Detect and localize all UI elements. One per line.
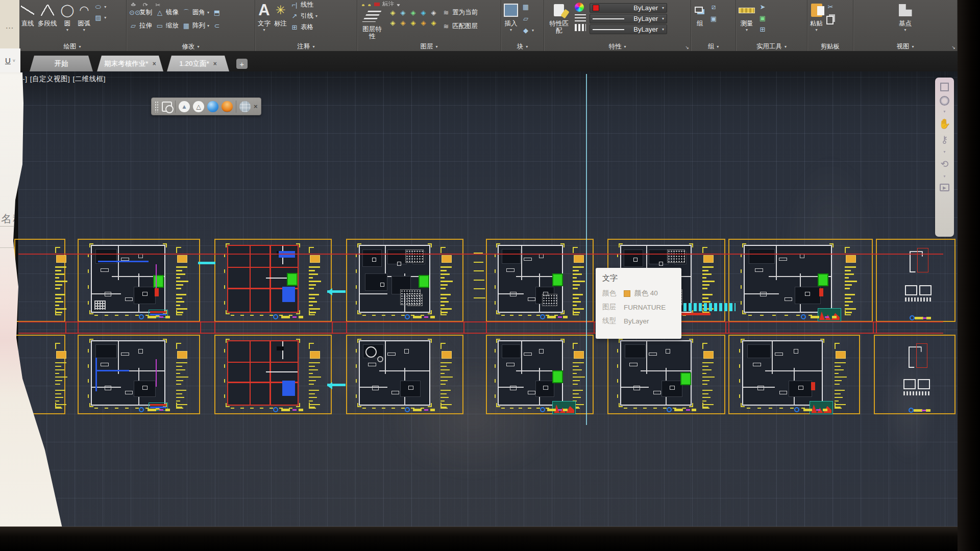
linetype-icon[interactable] xyxy=(575,24,586,31)
pan-icon[interactable]: ✋ xyxy=(939,119,951,130)
layer-walk-icon[interactable]: ◈ xyxy=(419,18,428,28)
layer-thaw-icon[interactable]: ◈ xyxy=(388,18,398,28)
group-edit-button[interactable]: ▣ xyxy=(709,14,718,23)
paste-button[interactable]: 粘贴 ▾ xyxy=(810,1,823,32)
leader-button[interactable]: ↗ 引线▾ xyxy=(290,12,317,20)
viewport-visual-style-control[interactable]: [二维线框] xyxy=(73,75,106,83)
layer-dropdown-cut[interactable]: ● ● 标注 ▾ xyxy=(357,0,501,6)
ungroup-button[interactable]: ⧄ xyxy=(709,3,718,11)
explode-button[interactable]: ⬒ xyxy=(213,8,221,17)
block-attr-button[interactable]: ◆▾ xyxy=(522,26,534,35)
view-panel-label[interactable]: 视图▾ xyxy=(853,42,957,51)
hatch-button[interactable]: ▨▾ xyxy=(94,13,106,22)
layer-freeze-icon[interactable]: ◈ xyxy=(398,8,408,17)
polyline-button[interactable]: 多段线 xyxy=(38,1,57,27)
properties-expander-icon[interactable]: ↘ xyxy=(685,45,689,50)
layer-on-icon[interactable]: ◈ xyxy=(388,8,398,17)
showmotion-icon[interactable]: ▶ xyxy=(940,184,949,191)
tab-final-exam-drawing[interactable]: 期末考核作业* × xyxy=(97,56,163,71)
array-button[interactable]: ▦ 阵列▾ xyxy=(182,21,209,30)
drawing-frame[interactable] xyxy=(78,335,200,414)
screen-capture-icon[interactable] xyxy=(162,102,172,112)
floor-plan[interactable] xyxy=(742,340,822,406)
drawing-frame[interactable] xyxy=(78,239,200,322)
zoom-extents-icon[interactable]: ⚷ xyxy=(941,135,948,146)
table-button[interactable]: ⊞ 表格 xyxy=(290,23,317,32)
layers-panel-label[interactable]: 图层▾ xyxy=(357,42,501,51)
tab-close-icon[interactable]: × xyxy=(213,60,217,67)
globe-icon[interactable] xyxy=(239,101,251,112)
group-panel-label[interactable]: 组▾ xyxy=(691,42,736,51)
arc-button[interactable]: ◠ 圆弧 ▾ xyxy=(78,1,90,32)
lineweight-icon[interactable] xyxy=(575,14,586,21)
copy-clip-button[interactable] xyxy=(826,14,835,23)
view-expander-icon[interactable]: ↘ xyxy=(951,45,955,50)
copy-button[interactable]: ⊙⊙ 复制 xyxy=(129,8,152,17)
tab-elevation-1-20[interactable]: 1.20立面* × xyxy=(167,56,229,71)
select-all-button[interactable]: ▣ xyxy=(758,14,767,22)
circle-button[interactable]: ◯ 圆 ▾ xyxy=(61,1,75,32)
measure-button[interactable]: 测量 ▾ xyxy=(739,1,755,32)
drawing-frame[interactable] xyxy=(14,239,65,322)
text-button[interactable]: A 文字 ▾ xyxy=(258,1,271,32)
properties-panel-label[interactable]: 特性▾ xyxy=(544,42,691,51)
quick-select-button[interactable]: ➤ xyxy=(758,3,767,11)
layer-unlock-icon[interactable]: ◈ xyxy=(398,18,408,28)
tab-close-icon[interactable]: × xyxy=(153,60,156,67)
stretch-button[interactable]: ▱ 拉伸 xyxy=(129,21,152,30)
drawing-frame[interactable] xyxy=(214,239,332,322)
drawing-frame[interactable] xyxy=(728,239,873,322)
drag-handle-icon[interactable] xyxy=(155,101,159,112)
drawing-frame[interactable] xyxy=(346,335,463,414)
annotate-panel-label[interactable]: 注释▾ xyxy=(255,42,357,51)
orbit-icon[interactable]: ⟲ xyxy=(941,159,949,170)
triangle-app-icon[interactable]: ▲ xyxy=(179,101,190,112)
ellipse-button[interactable]: ⬭▾ xyxy=(94,3,106,11)
set-current-button[interactable]: ≋ 置为当前 xyxy=(442,8,478,17)
color-wheel-icon[interactable] xyxy=(575,3,584,12)
new-tab-button[interactable]: + xyxy=(236,59,248,69)
navigation-wheel-icon[interactable] xyxy=(940,96,949,106)
object-color-dropdown[interactable]: ByLayer ▾ xyxy=(590,3,667,13)
orange-sphere-icon[interactable] xyxy=(222,101,233,112)
block-panel-label[interactable]: 块▾ xyxy=(501,42,544,51)
cut-button[interactable]: ✂ xyxy=(826,3,835,11)
match-layer-button[interactable]: ≋ 匹配图层 xyxy=(442,22,478,31)
layer-lock-icon[interactable]: ◈ xyxy=(408,8,418,17)
mirror-button[interactable]: △ 镜像 xyxy=(156,8,179,17)
drawing-frame[interactable] xyxy=(607,335,725,414)
drawing-frame[interactable] xyxy=(346,239,463,322)
triangle-ring-icon[interactable]: △ xyxy=(193,101,204,112)
drawing-frame[interactable] xyxy=(728,335,860,414)
drawing-canvas[interactable]: [-] [自定义视图] [二维线框] xyxy=(18,71,958,527)
insert-button[interactable]: 插入 ▾ xyxy=(504,1,518,32)
drawing-frame[interactable] xyxy=(486,335,594,414)
lineweight-dropdown[interactable]: ByLayer ▾ xyxy=(590,14,667,23)
viewport-view-control[interactable]: [自定义视图] xyxy=(30,75,70,83)
blue-sphere-icon[interactable] xyxy=(207,101,218,112)
underline-button[interactable]: U xyxy=(5,56,11,65)
block-create-button[interactable]: ▱ xyxy=(522,14,534,23)
offset-button[interactable]: ⊂ xyxy=(213,21,221,30)
layer-isolate-icon[interactable]: ◈ xyxy=(419,8,428,17)
layer-properties-button[interactable]: 图层特性 xyxy=(360,6,384,40)
scale-button[interactable]: ▭ 缩放 xyxy=(156,21,179,30)
match-properties-button[interactable]: 特性匹配 xyxy=(547,1,571,34)
drawing-frame[interactable] xyxy=(486,239,594,322)
layer-off-icon[interactable]: ◈ xyxy=(429,8,438,17)
fillet-button[interactable]: ⌒ 圆角▾ xyxy=(182,8,209,17)
drawing-frame[interactable] xyxy=(214,335,332,414)
linetype-dropdown[interactable]: ByLayer ▾ xyxy=(590,24,667,34)
floor-plan[interactable] xyxy=(91,340,165,406)
modify-panel-label[interactable]: 修改▾ xyxy=(127,42,255,51)
viewcube-icon[interactable] xyxy=(940,83,949,91)
linear-button[interactable]: ⌐| 线性 xyxy=(290,1,317,9)
tab-start[interactable]: 开始 xyxy=(30,56,93,71)
draw-panel-label[interactable]: 绘图▾ xyxy=(18,42,126,51)
layer-merge-icon[interactable]: ◈ xyxy=(429,18,438,28)
calculator-button[interactable]: ⊞ xyxy=(758,25,767,34)
dimension-button[interactable]: ✳ 标注 xyxy=(274,1,287,27)
layer-unisolate-icon[interactable]: ◈ xyxy=(408,18,418,28)
block-edit-button[interactable]: ▦ xyxy=(522,3,534,11)
utilities-panel-label[interactable]: 实用工具▾ xyxy=(736,42,807,51)
